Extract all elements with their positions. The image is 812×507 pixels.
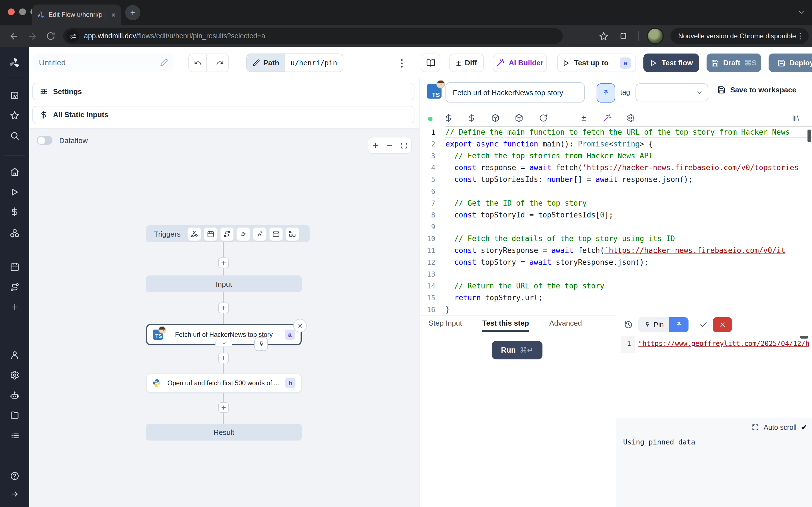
docs-button[interactable] bbox=[421, 54, 441, 72]
minimize-window-button[interactable] bbox=[19, 8, 26, 15]
code-line[interactable]: 8 const topStoryId = topStoriesIds[0]; bbox=[419, 209, 812, 221]
tab-search-chevron-button[interactable] bbox=[794, 5, 809, 20]
expand-sidebar-icon[interactable] bbox=[10, 490, 19, 499]
sidebar-item-settings[interactable] bbox=[10, 371, 19, 380]
code-editor[interactable]: 1// Define the main function to fetch th… bbox=[419, 126, 812, 316]
code-line[interactable]: 7 // Get the ID of the top story bbox=[419, 197, 812, 209]
pinned-step-icon[interactable] bbox=[254, 337, 268, 351]
address-bar[interactable]: app.windmill.dev/flows/edit/u/henri/pin_… bbox=[63, 28, 563, 44]
help-icon[interactable] bbox=[10, 471, 19, 481]
search-icon[interactable] bbox=[10, 131, 19, 140]
step-node-a[interactable]: TS Fetch url of HackerNews top story a bbox=[146, 324, 302, 345]
diff-mode-icon[interactable]: ± bbox=[581, 113, 586, 122]
test-flow-button[interactable]: Test flow bbox=[644, 54, 699, 72]
dataflow-toggle[interactable] bbox=[37, 136, 52, 145]
reload-deps-icon[interactable] bbox=[539, 114, 548, 122]
ai-builder-button[interactable]: AI Builder bbox=[493, 54, 547, 72]
url-text[interactable]: app.windmill.dev/flows/edit/u/henri/pin_… bbox=[84, 32, 265, 40]
package-icon[interactable] bbox=[491, 114, 500, 122]
input-node[interactable]: Input bbox=[146, 276, 302, 292]
code-line[interactable]: 11 const storyResponse = await fetch(`ht… bbox=[419, 244, 812, 256]
pin-active-button[interactable] bbox=[669, 317, 689, 332]
sidebar-item-folders[interactable] bbox=[10, 410, 19, 420]
code-line[interactable]: 5 const topStoriesIds: number[] = await … bbox=[419, 173, 812, 185]
webhook-trigger-icon[interactable] bbox=[187, 227, 201, 241]
sidebar-item-resources[interactable] bbox=[10, 228, 20, 238]
history-icon[interactable] bbox=[624, 321, 633, 329]
site-info-icon[interactable] bbox=[66, 30, 79, 42]
close-window-button[interactable] bbox=[8, 8, 15, 15]
package-icon[interactable] bbox=[515, 114, 523, 122]
poll-trigger-icon[interactable] bbox=[285, 227, 299, 241]
ai-assist-wand-icon[interactable] bbox=[603, 114, 611, 122]
sidebar-item-home[interactable] bbox=[10, 167, 19, 177]
reload-button[interactable] bbox=[46, 32, 55, 41]
pin-step-button[interactable] bbox=[597, 83, 615, 103]
add-step-button[interactable] bbox=[218, 258, 229, 268]
draft-button[interactable]: Draft⌘S bbox=[707, 54, 761, 72]
route-trigger-icon[interactable] bbox=[220, 227, 234, 241]
tab-advanced[interactable]: Advanced bbox=[549, 316, 582, 332]
sidebar-item-workspace[interactable] bbox=[10, 91, 19, 100]
expand-icon[interactable] bbox=[752, 424, 759, 431]
sidebar-item-favorites[interactable] bbox=[10, 111, 19, 120]
forward-button[interactable] bbox=[28, 31, 37, 41]
add-step-button[interactable] bbox=[218, 302, 229, 313]
sidebar-item-runs[interactable] bbox=[10, 187, 19, 197]
code-line[interactable]: 14 // Return the URL of the top story bbox=[419, 280, 812, 292]
fit-view-icon[interactable] bbox=[400, 142, 408, 149]
library-icon[interactable] bbox=[792, 114, 800, 122]
close-pane-button[interactable] bbox=[713, 317, 732, 332]
sidebar-item-more[interactable] bbox=[10, 302, 19, 312]
windmill-logo-icon[interactable] bbox=[8, 57, 21, 69]
zoom-out-icon[interactable] bbox=[386, 142, 394, 149]
result-node[interactable]: Result bbox=[146, 424, 302, 441]
sidebar-item-schedules[interactable] bbox=[10, 262, 19, 272]
flow-name-field[interactable]: Untitled bbox=[33, 54, 174, 71]
sidebar-item-routes[interactable] bbox=[10, 283, 19, 292]
extensions-icon[interactable] bbox=[618, 31, 628, 41]
path-control[interactable]: Path u/henri/pin bbox=[246, 54, 343, 72]
triggers-node[interactable]: Triggers bbox=[146, 225, 310, 242]
test-up-to-button[interactable]: Test up to a bbox=[557, 54, 636, 72]
pin-data-button[interactable]: Pin bbox=[638, 317, 669, 332]
save-to-workspace-button[interactable]: Save to workspace bbox=[717, 86, 796, 94]
flow-graph-canvas[interactable]: Dataflow Triggers bbox=[29, 128, 419, 507]
new-tab-button[interactable]: + bbox=[125, 5, 140, 20]
step-summary-input[interactable]: Fetch url of HackerNews top story bbox=[446, 82, 585, 103]
step-id-badge[interactable]: a bbox=[620, 57, 631, 68]
code-line[interactable]: 4 const response = await fetch('https://… bbox=[419, 162, 812, 173]
sidebar-item-workers[interactable] bbox=[10, 391, 19, 400]
code-line[interactable]: 1// Define the main function to fetch th… bbox=[419, 126, 812, 138]
redo-button[interactable] bbox=[211, 54, 229, 71]
tab-test-this-step[interactable]: Test this step bbox=[483, 316, 529, 332]
editor-scrollbar[interactable] bbox=[808, 129, 811, 142]
sidebar-item-logs[interactable] bbox=[10, 431, 19, 440]
editor-settings-gear-icon[interactable] bbox=[626, 114, 635, 122]
browser-menu-icon[interactable] bbox=[796, 31, 804, 42]
pinned-data-editor[interactable]: 1 "https://www.geoffreylitt.com/2025/04/… bbox=[621, 336, 809, 353]
kafka-trigger-icon[interactable] bbox=[253, 227, 267, 241]
bookmark-star-icon[interactable] bbox=[599, 31, 608, 41]
code-line[interactable]: 12 const topStory = await storyResponse.… bbox=[419, 256, 812, 268]
diff-button[interactable]: ±Diff bbox=[449, 54, 484, 72]
sidebar-item-variables[interactable] bbox=[10, 207, 19, 217]
flow-settings-row[interactable]: Settings bbox=[32, 83, 414, 100]
add-variable-icon[interactable] bbox=[444, 114, 453, 122]
add-resource-icon[interactable] bbox=[467, 114, 476, 122]
code-line[interactable]: 16} bbox=[419, 304, 812, 316]
run-button[interactable]: Run ⌘↵ bbox=[492, 341, 543, 359]
more-options-icon[interactable] bbox=[398, 57, 406, 70]
zoom-in-icon[interactable] bbox=[371, 142, 379, 149]
edit-name-pencil-icon[interactable] bbox=[160, 59, 168, 66]
tab-close-icon[interactable]: × bbox=[110, 10, 117, 19]
code-line[interactable]: 9 bbox=[419, 221, 812, 233]
tab-step-input[interactable]: Step Input bbox=[428, 316, 462, 332]
deploy-button[interactable]: Deploy bbox=[769, 54, 812, 72]
schedule-trigger-icon[interactable] bbox=[204, 227, 218, 241]
add-step-button[interactable] bbox=[218, 402, 229, 413]
sidebar-item-users[interactable] bbox=[10, 350, 19, 360]
pinned-editor-scrollbar[interactable] bbox=[800, 336, 808, 339]
chrome-update-button[interactable]: Nouvelle version de Chrome disponible bbox=[670, 28, 809, 44]
tag-select[interactable] bbox=[636, 83, 708, 101]
